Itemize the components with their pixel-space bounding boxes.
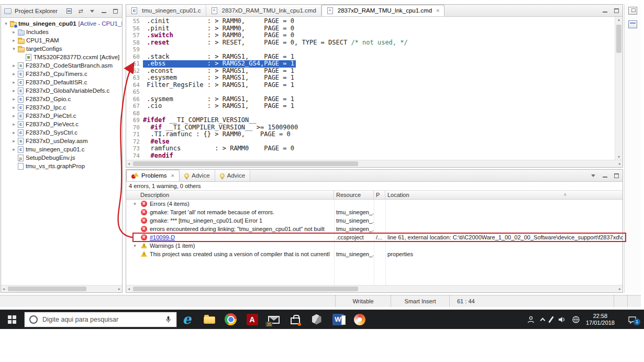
code-line-62[interactable]: 62 .econst : > RAMGS1, PAGE = 1 [126, 68, 615, 75]
tree-item-includes[interactable]: ▸Includes [1, 28, 122, 36]
code-line-72[interactable]: 72 #else [126, 138, 615, 146]
expand-chevron-icon[interactable]: ▸ [10, 122, 17, 127]
action-center-button[interactable]: 1 [628, 315, 637, 324]
code-line-68[interactable]: 68 [126, 110, 615, 117]
scrollbar-thumb[interactable] [133, 287, 358, 291]
tree-item-f2837xd-gpio-c[interactable]: ▸cF2837xD_Gpio.c [1, 95, 122, 103]
chevron-up-icon[interactable] [540, 318, 545, 323]
editor-tab-2[interactable]: ≡2837xD_RAM_TMU_lnk_cpu1.cmd [206, 5, 321, 16]
column-header-p[interactable]: P [374, 191, 385, 199]
collapse-all-icon[interactable] [66, 8, 72, 14]
tree-item-cpu1-ram[interactable]: ▸CPU1_RAM [1, 36, 122, 45]
code-line-70[interactable]: 70 #if __TI_COMPILER_VERSION__ >= 150090… [126, 124, 615, 131]
editor-tab-3[interactable]: ≡2837xD_RAM_TMU_lnk_cpu1.cmd× [321, 5, 445, 16]
minimize-icon[interactable] [102, 9, 106, 13]
mail-taskbar-button[interactable]: 35 [263, 310, 284, 329]
collapse-chevron-icon[interactable]: ▾ [131, 243, 138, 248]
expand-chevron-icon[interactable]: ▸ [10, 147, 17, 152]
expand-chevron-icon[interactable]: ▸ [10, 113, 17, 118]
expand-chevron-icon[interactable]: ▸ [10, 88, 17, 93]
tree-item-f2837xd-sysctrl-c[interactable]: ▸cF2837xD_SysCtrl.c [1, 128, 122, 137]
chrome-taskbar-button[interactable] [220, 310, 241, 329]
code-editor[interactable]: 55 .cinit : > RAMM0, PAGE = 056 .pinit :… [126, 17, 623, 160]
maximize-icon[interactable] [614, 173, 619, 178]
problem-row[interactable]: gmake: *** [tmu_sinegen_cpu01.out] Error… [126, 216, 623, 225]
tab-problems-1[interactable]: Problems× [126, 170, 180, 181]
code-line-64[interactable]: 64 Filter_RegsFile : > RAMGS1, PAGE = 1 [126, 82, 615, 89]
expand-chevron-icon[interactable]: ▸ [10, 138, 17, 144]
view-menu-icon[interactable] [591, 174, 595, 177]
collapse-chevron-icon[interactable]: ▾ [10, 46, 17, 51]
tree-item-f2837xd-codestartbranch-asm[interactable]: ▸sF2837xD_CodeStartBranch.asm [1, 61, 122, 70]
tab-advice-3[interactable]: Advice [215, 170, 251, 181]
microphone-icon[interactable] [165, 315, 172, 324]
maximize-icon[interactable] [614, 8, 619, 13]
expand-chevron-icon[interactable]: ▸ [10, 130, 17, 135]
word-taskbar-button[interactable] [327, 310, 349, 329]
editor-tab-1[interactable]: ctmu_sinegen_cpu01.c [126, 5, 206, 16]
problem-row[interactable]: #10099-D.ccsproject/...line 61, external… [126, 233, 623, 242]
tree-item-tms320f28377d-ccxml-active[interactable]: TMS320F28377D.ccxml [Active] [1, 53, 122, 61]
expand-chevron-icon[interactable]: ▸ [10, 105, 17, 110]
tab-advice-2[interactable]: Advice [180, 170, 215, 181]
network-icon[interactable] [572, 315, 580, 324]
column-header-resource[interactable]: Resource [334, 191, 374, 199]
column-header-description[interactable]: Description [126, 191, 334, 199]
view-menu-icon[interactable] [90, 10, 94, 13]
editor-hscrollbar[interactable] [126, 160, 623, 167]
link-with-editor-icon[interactable] [77, 7, 84, 15]
tree-item-tmu-sinegen-cpu01[interactable]: ▾tmu_sinegen_cpu01[Active - CPU1_RAM [1, 19, 122, 28]
tree-item-setupdebugenv-js[interactable]: jsSetupDebugEnv.js [1, 153, 122, 162]
taskbar-search-input[interactable]: Digite aqui para pesquisar [24, 312, 177, 327]
tree-item-f2837xd-pievect-c[interactable]: ▸cF2837xD_PieVect.c [1, 120, 122, 128]
tab-close-icon[interactable]: × [171, 172, 174, 179]
code-line-58[interactable]: 58 .reset : > RESET, PAGE = 0, TYPE = DS… [126, 39, 615, 47]
minimize-icon[interactable] [603, 8, 607, 13]
code-line-74[interactable]: 74 #endif [126, 152, 615, 160]
code-line-69[interactable]: 69#ifdef __TI_COMPILER_VERSION__ [126, 117, 615, 124]
expand-chevron-icon[interactable]: ▸ [10, 63, 17, 68]
problems-group-row[interactable]: ▾Errors (4 items) [126, 200, 623, 208]
acrobat-taskbar-button[interactable] [241, 310, 263, 329]
code-area[interactable]: 55 .cinit : > RAMM0, PAGE = 056 .pinit :… [126, 17, 615, 160]
explorer-hscrollbar[interactable] [1, 285, 122, 292]
tree-item-f2837xd-defaultisr-c[interactable]: ▸cF2837xD_DefaultISR.c [1, 78, 122, 86]
store-taskbar-button[interactable] [284, 310, 306, 329]
editor-vscrollbar[interactable] [615, 17, 623, 160]
scrollbar-thumb[interactable] [616, 25, 621, 53]
pen-icon[interactable] [548, 316, 553, 323]
taskbar-clock[interactable]: 22:58 17/01/2018 [586, 313, 615, 326]
collapse-chevron-icon[interactable]: ▾ [131, 201, 138, 206]
expand-chevron-icon[interactable]: ▸ [10, 29, 17, 35]
problems-group-row[interactable]: ▾Warnings (1 item) [126, 242, 623, 250]
code-line-57[interactable]: 57 .switch : > RAMM0, PAGE = 0 [126, 32, 615, 39]
cube-app-taskbar-button[interactable] [306, 310, 327, 329]
code-line-63[interactable]: 63 .esysmem : > RAMGS1, PAGE = 1 [126, 74, 615, 82]
code-line-66[interactable]: 66 .sysmem : > RAMGS1, PAGE = 1 [126, 96, 615, 103]
start-button[interactable] [0, 310, 24, 329]
restore-view-icon[interactable] [628, 7, 637, 15]
tree-item-tmu-vs-rts-graphprop[interactable]: tmu_vs_rts.graphProp [1, 162, 122, 170]
expand-chevron-icon[interactable]: ▸ [10, 38, 17, 43]
user-icon[interactable] [527, 315, 535, 324]
problem-row[interactable]: This project was created using a version… [126, 250, 623, 258]
scrollbar-thumb[interactable] [8, 287, 86, 291]
maximize-icon[interactable] [113, 9, 118, 14]
collapse-chevron-icon[interactable]: ▾ [3, 21, 9, 26]
code-line-56[interactable]: 56 .pinit : > RAMM0, PAGE = 0 [126, 25, 615, 32]
tree-item-f2837xd-globalvariabledefs-c[interactable]: ▸cF2837xD_GlobalVariableDefs.c [1, 86, 122, 95]
code-line-71[interactable]: 71 .TI.ramfunc : {} > RAMM0, PAGE = 0 [126, 131, 615, 138]
scrollbar-thumb[interactable] [133, 161, 358, 166]
tab-close-icon[interactable]: × [436, 7, 439, 14]
code-line-73[interactable]: 73 ramfuncs : > RAMM0 PAGE = 0 [126, 145, 615, 152]
speaker-icon[interactable] [558, 315, 566, 324]
problem-row[interactable]: errors encountered during linking; "tmu_… [126, 225, 623, 233]
problem-row[interactable]: gmake: Target 'all' not remade because o… [126, 208, 623, 216]
expand-chevron-icon[interactable]: ▸ [10, 71, 17, 76]
expand-chevron-icon[interactable]: ▸ [10, 96, 17, 102]
expand-chevron-icon[interactable]: ▸ [10, 80, 17, 85]
minimized-view-icon[interactable] [628, 20, 637, 28]
code-line-55[interactable]: 55 .cinit : > RAMM0, PAGE = 0 [126, 18, 615, 25]
tree-item-f2837xd-ipc-c[interactable]: ▸cF2837xD_Ipc.c [1, 103, 122, 112]
tree-item-targetconfigs[interactable]: ▾targetConfigs [1, 45, 122, 53]
